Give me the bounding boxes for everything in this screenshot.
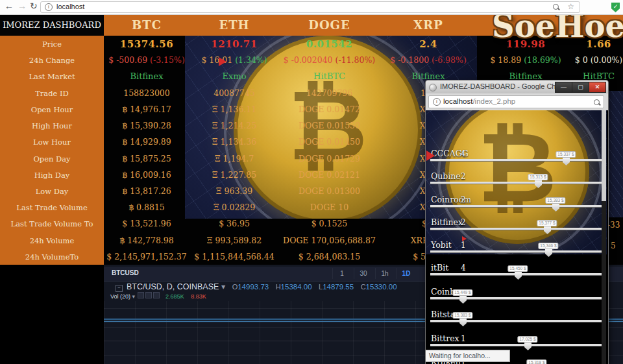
bookmark-star-icon[interactable]: ☆ bbox=[567, 2, 574, 11]
play-marker-icon bbox=[462, 236, 467, 241]
table-cell-value: $ 1,115,844,568.44 bbox=[189, 252, 279, 261]
ohlc-open-label: O bbox=[232, 283, 238, 291]
close-button[interactable]: ✕ bbox=[589, 82, 606, 93]
table-cell-value: $ 0.1525 bbox=[279, 219, 380, 228]
row-label: Low Hour bbox=[0, 138, 104, 147]
slider-value-badge: 15,313 $ bbox=[528, 174, 548, 180]
popup-scrollbar[interactable] bbox=[602, 110, 606, 364]
column-header-doge[interactable]: DOGE bbox=[279, 14, 380, 36]
gear-icon[interactable] bbox=[145, 292, 152, 298]
ohlc-high-label: H bbox=[276, 283, 281, 291]
change-percent: (1.34%) bbox=[235, 55, 267, 65]
slider-track-yobit[interactable] bbox=[430, 250, 602, 253]
change-amount: $ 18.89 bbox=[490, 55, 521, 65]
slider-track-bitfinex[interactable] bbox=[430, 228, 602, 230]
slider-value-badge: 15,383 $ bbox=[545, 197, 565, 204]
row-label: Price bbox=[0, 40, 104, 49]
popup-url-text: localhost/index_2.php bbox=[443, 97, 515, 105]
legend-caret-icon[interactable]: ▾ bbox=[221, 282, 225, 291]
address-bar[interactable]: i localhost ☆ bbox=[40, 1, 580, 13]
refresh-icon[interactable]: ↻ bbox=[30, 1, 38, 11]
volume-legend[interactable]: Vol (20) ▾ 2.685K 8.83K bbox=[110, 292, 206, 300]
ohlc-close-value: 15330.00 bbox=[366, 283, 397, 291]
change-value: $ -0.1800(-6.98%) bbox=[380, 55, 477, 65]
close-icon[interactable] bbox=[153, 292, 160, 298]
slider-track-bitstamp[interactable] bbox=[430, 320, 602, 322]
row-label-sidebar: Price24h ChangeLast MarketTrade IDOpen H… bbox=[0, 36, 104, 265]
table-cell-value: 158823000 bbox=[104, 88, 189, 98]
row-label: Open Hour bbox=[0, 105, 104, 114]
clipped-value-fragment: 5 bbox=[611, 241, 616, 250]
row-label: High Day bbox=[0, 171, 104, 180]
table-cell-value: Ξ 0.02829 bbox=[189, 202, 279, 212]
collapse-legend-icon[interactable]: − bbox=[116, 285, 123, 292]
volume-caret-icon[interactable]: ▾ bbox=[132, 293, 136, 300]
table-cell-value: DOGE 0.02121 bbox=[279, 170, 380, 180]
ticker-input[interactable]: BTCUSD bbox=[112, 269, 139, 276]
slider-track-coinbase[interactable] bbox=[430, 297, 602, 300]
interval-button-30[interactable]: 30 bbox=[354, 268, 373, 279]
column-header-eth[interactable]: ETH bbox=[189, 14, 279, 36]
slider-level-value: 2 bbox=[461, 172, 466, 181]
volume-value-red: 8.83K bbox=[191, 293, 206, 300]
change-value: $ 0(0.00%) bbox=[574, 55, 623, 65]
slider-value-badge: 15,337 $ bbox=[556, 151, 576, 158]
slider-thumb-coinbase[interactable] bbox=[459, 296, 467, 304]
info-icon[interactable]: i bbox=[433, 98, 441, 106]
interval-button-1h[interactable]: 1h bbox=[375, 268, 394, 279]
change-amount: $ -0.002040 bbox=[284, 55, 333, 65]
slider-thumb-bittrex[interactable] bbox=[524, 343, 531, 350]
dashboard-title: IMOREZ DASHBOARD bbox=[0, 14, 104, 36]
interval-button-1D[interactable]: 1D bbox=[397, 268, 415, 279]
slider-label-yobit: Yobit bbox=[431, 240, 452, 250]
status-bar: Waiting for localho... bbox=[426, 350, 510, 362]
search-icon[interactable] bbox=[594, 99, 600, 105]
row-label: High Hour bbox=[0, 121, 104, 130]
slider-track-qubine[interactable] bbox=[430, 182, 602, 184]
forward-icon[interactable]: → bbox=[18, 1, 27, 11]
chrome-logo-icon bbox=[429, 84, 437, 91]
last-market-value: Bitfinex bbox=[104, 71, 189, 81]
column-header-xrp[interactable]: XRP bbox=[380, 14, 477, 36]
slider-track-cccagg[interactable] bbox=[430, 159, 602, 162]
slider-level-value: 2 bbox=[461, 195, 466, 204]
last-market-value: HitBTC bbox=[279, 71, 380, 81]
scrollbar-thumb[interactable] bbox=[602, 110, 606, 201]
change-percent: (-3.15%) bbox=[150, 55, 185, 65]
row-label: Open Day bbox=[0, 154, 104, 164]
slider-track-bittrex[interactable] bbox=[430, 344, 602, 346]
table-cell-value: DOGE 170,056,688.87 bbox=[279, 236, 380, 245]
maximize-button[interactable]: ▢ bbox=[572, 82, 589, 93]
slider-label-bitfinex: Bitfinex bbox=[431, 217, 463, 227]
slider-track-coinroom[interactable] bbox=[430, 205, 602, 208]
info-icon[interactable]: i bbox=[45, 3, 53, 11]
row-label: 24h Volume bbox=[0, 236, 104, 245]
back-icon[interactable]: ← bbox=[5, 1, 14, 11]
extension-shield-icon[interactable]: ✓ bbox=[611, 3, 620, 12]
eye-icon[interactable] bbox=[138, 292, 144, 298]
table-cell-value: $ 13,521.96 bbox=[104, 219, 189, 228]
slider-level-value: 2 bbox=[461, 218, 466, 227]
change-value: $ 16.01(1.34%) bbox=[189, 55, 279, 65]
volume-label: Vol (20) bbox=[110, 293, 130, 300]
slider-value-badge: 15,346 $ bbox=[538, 243, 558, 249]
zoom-search-icon[interactable] bbox=[553, 4, 559, 10]
table-cell-value: DOGE 0.01300 bbox=[279, 186, 380, 196]
column-header-btc[interactable]: BTC bbox=[104, 14, 189, 36]
table-cell-value: Ξ 993,589.82 bbox=[189, 236, 279, 245]
table-cell-value: DOGE 0.01729 bbox=[279, 154, 380, 164]
slider-thumb-itbit[interactable] bbox=[515, 272, 522, 280]
minimize-button[interactable]: — bbox=[555, 82, 572, 93]
browser-toolbar: ← → ↻ i localhost ☆ ✓ bbox=[0, 0, 623, 15]
row-label: 24h VolumeTo bbox=[0, 252, 104, 261]
slider-thumb-yobit[interactable] bbox=[545, 249, 552, 257]
interval-button-1[interactable]: 1 bbox=[332, 268, 351, 279]
slider-thumb-bitstamp[interactable] bbox=[459, 319, 467, 326]
row-label: 24h Change bbox=[0, 56, 104, 65]
popup-address-bar[interactable]: i localhost/index_2.php bbox=[428, 95, 604, 108]
chart-legend[interactable]: −BTC/USD, D, COINBASE ▾ O14993.73 H15384… bbox=[116, 282, 397, 292]
popup-titlebar[interactable]: IMOREZ-DASHBOARD - Google Chrome — ▢ ✕ bbox=[426, 80, 608, 93]
table-cell-value: Ξ 1,214.25 bbox=[189, 121, 279, 130]
table-cell-value: DOGE 0.01472 bbox=[279, 104, 380, 114]
table-cell-value: DOGE 0.01550 bbox=[279, 121, 380, 130]
